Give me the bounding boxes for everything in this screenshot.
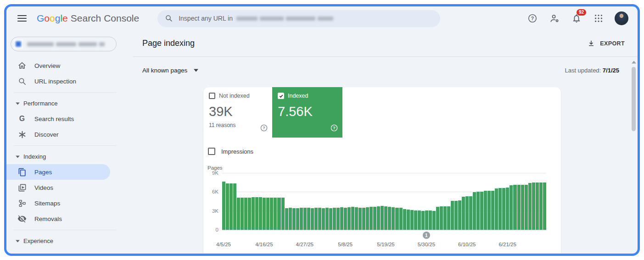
chart-bar[interactable]: [233, 183, 236, 230]
chart-bar[interactable]: [252, 197, 255, 230]
chart-bar[interactable]: [513, 185, 516, 230]
chart-bar[interactable]: [322, 208, 325, 230]
chart-bar[interactable]: [528, 183, 532, 230]
avatar[interactable]: [615, 11, 628, 25]
chart-bar[interactable]: [303, 208, 307, 230]
chart-bar[interactable]: [395, 208, 398, 230]
chart-bar[interactable]: [381, 206, 384, 230]
chart-bar[interactable]: [237, 198, 240, 230]
not-indexed-checkbox[interactable]: [209, 93, 215, 99]
chart-bar[interactable]: [462, 197, 465, 230]
chart-bar[interactable]: [414, 210, 417, 230]
chart-bar[interactable]: [355, 207, 358, 230]
chart-bar[interactable]: [502, 188, 505, 230]
chart-bar[interactable]: [311, 208, 314, 230]
indexed-checkbox[interactable]: [278, 93, 284, 99]
chart-bar[interactable]: [469, 196, 472, 230]
property-selector[interactable]: [11, 37, 117, 51]
chart-bar[interactable]: [454, 201, 458, 230]
sidebar-section-experience[interactable]: Experience: [6, 233, 133, 249]
chart-bar[interactable]: [436, 207, 439, 230]
chart-bar[interactable]: [392, 207, 395, 230]
chart-bar[interactable]: [418, 210, 421, 230]
chart-bar[interactable]: [480, 192, 483, 230]
chart-bar[interactable]: [491, 191, 494, 230]
chart-bar[interactable]: [318, 208, 321, 230]
chart-bar[interactable]: [447, 206, 450, 230]
chart-bar[interactable]: [407, 210, 410, 230]
chart-bar[interactable]: [362, 208, 365, 230]
sidebar-section-performance[interactable]: Performance: [6, 96, 133, 111]
chart-bar[interactable]: [358, 208, 362, 230]
sidebar-item-sitemaps[interactable]: Sitemaps: [6, 195, 133, 211]
sidebar-item-overview[interactable]: Overview: [6, 58, 133, 73]
chart-bar[interactable]: [300, 208, 303, 230]
chart-bar[interactable]: [296, 208, 299, 230]
chart-bar[interactable]: [281, 198, 285, 230]
chart-bar[interactable]: [347, 207, 351, 230]
chart-bar[interactable]: [377, 206, 380, 230]
chart-bar[interactable]: [443, 206, 447, 230]
chart-bar[interactable]: [536, 183, 539, 230]
chart-bar[interactable]: [307, 208, 310, 230]
chart-bar[interactable]: [429, 210, 432, 230]
scrollbar-thumb[interactable]: [632, 67, 636, 131]
chart-bar[interactable]: [370, 207, 373, 230]
sidebar-item-discover[interactable]: Discover: [6, 127, 133, 142]
url-inspect-search-input[interactable]: Inspect any URL in: [157, 10, 440, 27]
chart-bar[interactable]: [351, 207, 354, 230]
chart-bar[interactable]: [440, 206, 443, 230]
chart-bar[interactable]: [248, 198, 251, 230]
sidebar-item-removals[interactable]: Removals: [6, 211, 133, 227]
chart-bar[interactable]: [403, 209, 406, 230]
chart-bar[interactable]: [487, 191, 491, 230]
chart-bar[interactable]: [388, 207, 391, 230]
chart-bar[interactable]: [289, 208, 292, 230]
chart-bar[interactable]: [230, 183, 233, 230]
scroll-up-arrow-icon[interactable]: [632, 61, 636, 64]
chart-bar[interactable]: [336, 208, 340, 230]
chart-bar[interactable]: [263, 198, 266, 230]
chart-bar[interactable]: [222, 182, 225, 230]
not-indexed-tile[interactable]: Not indexed 39K 11 reasons ?: [203, 87, 272, 138]
chart-bar[interactable]: [384, 206, 387, 230]
apps-grid-icon[interactable]: [593, 12, 605, 24]
chart-bar[interactable]: [333, 208, 336, 230]
help-icon[interactable]: ?: [526, 12, 538, 24]
sidebar-item-pages[interactable]: Pages: [6, 164, 110, 180]
indexed-tile[interactable]: Indexed 7.56K ?: [272, 87, 342, 138]
chart-bar[interactable]: [325, 208, 329, 230]
chart-bar[interactable]: [465, 196, 469, 230]
chart-bar[interactable]: [266, 198, 269, 230]
chart-bar[interactable]: [525, 185, 528, 230]
chart-bar[interactable]: [451, 201, 454, 230]
chart-bar[interactable]: [532, 183, 535, 230]
impressions-checkbox[interactable]: [208, 148, 215, 155]
sidebar-section-indexing[interactable]: Indexing: [6, 149, 133, 164]
chart-bar[interactable]: [270, 198, 273, 230]
chart-bar[interactable]: [244, 198, 247, 230]
chart-bar[interactable]: [314, 208, 318, 230]
chart-bar[interactable]: [521, 185, 524, 230]
chart-bar[interactable]: [432, 211, 436, 230]
not-indexed-reasons[interactable]: 11 reasons: [209, 122, 267, 128]
chart-bar[interactable]: [340, 207, 343, 230]
vertical-scrollbar[interactable]: [630, 57, 638, 253]
sidebar-item-videos[interactable]: Videos: [6, 180, 133, 195]
chart-bar[interactable]: [543, 183, 546, 230]
chart-bar[interactable]: [458, 200, 461, 230]
chart-bar[interactable]: [259, 197, 262, 230]
chart-bar[interactable]: [277, 198, 280, 230]
chart-bar[interactable]: [373, 207, 376, 230]
chart-bar[interactable]: [274, 198, 277, 230]
chart-bar[interactable]: [425, 210, 428, 230]
timeline-annotation-marker[interactable]: 1: [423, 232, 430, 239]
help-circle-icon[interactable]: ?: [260, 124, 268, 133]
help-circle-icon[interactable]: ?: [330, 124, 338, 133]
chart-bar[interactable]: [344, 208, 347, 230]
chart-bar[interactable]: [366, 207, 369, 230]
chart-bar[interactable]: [495, 188, 498, 230]
chart-bar[interactable]: [510, 185, 513, 230]
sidebar-item-url-inspection[interactable]: URL inspection: [6, 73, 133, 89]
chart-bar[interactable]: [476, 192, 480, 230]
